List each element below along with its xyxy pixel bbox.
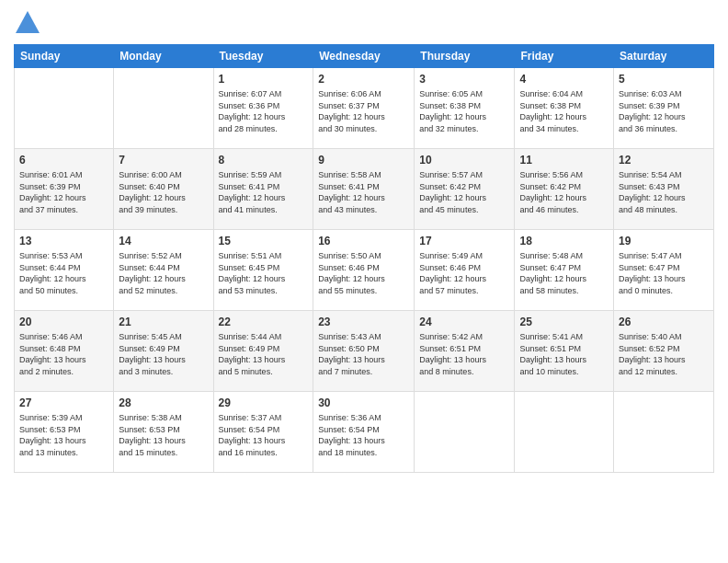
calendar-day-cell: 12Sunrise: 5:54 AM Sunset: 6:43 PM Dayli…: [614, 149, 714, 230]
col-saturday: Saturday: [614, 45, 714, 68]
day-info: Sunrise: 5:50 AM Sunset: 6:46 PM Dayligh…: [318, 250, 409, 296]
calendar-day-cell: 10Sunrise: 5:57 AM Sunset: 6:42 PM Dayli…: [415, 149, 515, 230]
calendar-day-cell: 25Sunrise: 5:41 AM Sunset: 6:51 PM Dayli…: [515, 311, 614, 392]
day-number: 28: [119, 396, 208, 410]
day-number: 15: [219, 234, 309, 248]
day-info: Sunrise: 5:41 AM Sunset: 6:51 PM Dayligh…: [519, 331, 609, 377]
day-info: Sunrise: 5:56 AM Sunset: 6:42 PM Dayligh…: [519, 169, 609, 215]
day-number: 27: [19, 396, 108, 410]
calendar-day-cell: 19Sunrise: 5:47 AM Sunset: 6:47 PM Dayli…: [614, 230, 714, 311]
calendar-day-cell: [614, 392, 714, 473]
page: Sunday Monday Tuesday Wednesday Thursday…: [0, 0, 728, 563]
day-info: Sunrise: 5:57 AM Sunset: 6:42 PM Dayligh…: [419, 169, 509, 215]
day-number: 18: [519, 234, 609, 248]
day-number: 24: [419, 315, 509, 329]
day-number: 12: [619, 153, 709, 167]
calendar-day-cell: 23Sunrise: 5:43 AM Sunset: 6:50 PM Dayli…: [313, 311, 415, 392]
day-info: Sunrise: 6:03 AM Sunset: 6:39 PM Dayligh…: [619, 88, 709, 134]
calendar-day-cell: [415, 392, 515, 473]
day-info: Sunrise: 5:36 AM Sunset: 6:54 PM Dayligh…: [318, 412, 409, 458]
day-number: 26: [619, 315, 709, 329]
calendar-day-cell: 14Sunrise: 5:52 AM Sunset: 6:44 PM Dayli…: [114, 230, 213, 311]
day-info: Sunrise: 5:59 AM Sunset: 6:41 PM Dayligh…: [219, 169, 309, 215]
calendar-day-cell: [15, 68, 114, 149]
day-info: Sunrise: 5:43 AM Sunset: 6:50 PM Dayligh…: [318, 331, 409, 377]
calendar-day-cell: 3Sunrise: 6:05 AM Sunset: 6:38 PM Daylig…: [415, 68, 515, 149]
day-number: 14: [119, 234, 208, 248]
day-number: 22: [219, 315, 309, 329]
calendar-day-cell: 6Sunrise: 6:01 AM Sunset: 6:39 PM Daylig…: [15, 149, 114, 230]
day-number: 9: [318, 153, 409, 167]
day-info: Sunrise: 5:58 AM Sunset: 6:41 PM Dayligh…: [318, 169, 409, 215]
logo: [14, 9, 45, 37]
calendar-day-cell: 7Sunrise: 6:00 AM Sunset: 6:40 PM Daylig…: [114, 149, 213, 230]
day-info: Sunrise: 5:53 AM Sunset: 6:44 PM Dayligh…: [19, 250, 108, 296]
day-info: Sunrise: 5:48 AM Sunset: 6:47 PM Dayligh…: [519, 250, 609, 296]
calendar-day-cell: 27Sunrise: 5:39 AM Sunset: 6:53 PM Dayli…: [15, 392, 114, 473]
day-number: 7: [119, 153, 208, 167]
day-info: Sunrise: 5:49 AM Sunset: 6:46 PM Dayligh…: [419, 250, 509, 296]
calendar-day-cell: 13Sunrise: 5:53 AM Sunset: 6:44 PM Dayli…: [15, 230, 114, 311]
calendar-day-cell: 20Sunrise: 5:46 AM Sunset: 6:48 PM Dayli…: [15, 311, 114, 392]
day-number: 4: [519, 72, 609, 86]
day-number: 23: [318, 315, 409, 329]
day-info: Sunrise: 5:47 AM Sunset: 6:47 PM Dayligh…: [619, 250, 709, 296]
day-info: Sunrise: 6:06 AM Sunset: 6:37 PM Dayligh…: [318, 88, 409, 134]
day-info: Sunrise: 5:54 AM Sunset: 6:43 PM Dayligh…: [619, 169, 709, 215]
day-number: 6: [19, 153, 108, 167]
day-number: 3: [419, 72, 509, 86]
col-thursday: Thursday: [415, 45, 515, 68]
calendar-table: Sunday Monday Tuesday Wednesday Thursday…: [14, 44, 714, 473]
calendar-day-cell: 9Sunrise: 5:58 AM Sunset: 6:41 PM Daylig…: [313, 149, 415, 230]
day-info: Sunrise: 5:39 AM Sunset: 6:53 PM Dayligh…: [19, 412, 108, 458]
day-number: 21: [119, 315, 208, 329]
day-info: Sunrise: 5:44 AM Sunset: 6:49 PM Dayligh…: [219, 331, 309, 377]
calendar-day-cell: 28Sunrise: 5:38 AM Sunset: 6:53 PM Dayli…: [114, 392, 213, 473]
logo-icon: [14, 9, 41, 37]
calendar-day-cell: 18Sunrise: 5:48 AM Sunset: 6:47 PM Dayli…: [515, 230, 614, 311]
day-info: Sunrise: 5:52 AM Sunset: 6:44 PM Dayligh…: [119, 250, 208, 296]
calendar-day-cell: 1Sunrise: 6:07 AM Sunset: 6:36 PM Daylig…: [213, 68, 313, 149]
calendar-week-row: 1Sunrise: 6:07 AM Sunset: 6:36 PM Daylig…: [15, 68, 714, 149]
calendar-day-cell: 2Sunrise: 6:06 AM Sunset: 6:37 PM Daylig…: [313, 68, 415, 149]
day-number: 29: [219, 396, 309, 410]
col-friday: Friday: [515, 45, 614, 68]
day-number: 1: [219, 72, 309, 86]
day-info: Sunrise: 5:37 AM Sunset: 6:54 PM Dayligh…: [219, 412, 309, 458]
calendar-week-row: 13Sunrise: 5:53 AM Sunset: 6:44 PM Dayli…: [15, 230, 714, 311]
col-wednesday: Wednesday: [313, 45, 415, 68]
col-monday: Monday: [114, 45, 213, 68]
calendar-day-cell: 5Sunrise: 6:03 AM Sunset: 6:39 PM Daylig…: [614, 68, 714, 149]
calendar-week-row: 20Sunrise: 5:46 AM Sunset: 6:48 PM Dayli…: [15, 311, 714, 392]
svg-marker-0: [16, 11, 40, 33]
day-info: Sunrise: 6:00 AM Sunset: 6:40 PM Dayligh…: [119, 169, 208, 215]
day-number: 11: [519, 153, 609, 167]
calendar-day-cell: [114, 68, 213, 149]
day-info: Sunrise: 5:40 AM Sunset: 6:52 PM Dayligh…: [619, 331, 709, 377]
calendar-day-cell: [515, 392, 614, 473]
calendar-day-cell: 11Sunrise: 5:56 AM Sunset: 6:42 PM Dayli…: [515, 149, 614, 230]
day-info: Sunrise: 5:51 AM Sunset: 6:45 PM Dayligh…: [219, 250, 309, 296]
calendar-week-row: 6Sunrise: 6:01 AM Sunset: 6:39 PM Daylig…: [15, 149, 714, 230]
day-number: 17: [419, 234, 509, 248]
day-number: 13: [19, 234, 108, 248]
day-info: Sunrise: 6:07 AM Sunset: 6:36 PM Dayligh…: [219, 88, 309, 134]
day-info: Sunrise: 6:04 AM Sunset: 6:38 PM Dayligh…: [519, 88, 609, 134]
day-number: 16: [318, 234, 409, 248]
calendar-body: 1Sunrise: 6:07 AM Sunset: 6:36 PM Daylig…: [15, 68, 714, 473]
day-info: Sunrise: 5:42 AM Sunset: 6:51 PM Dayligh…: [419, 331, 509, 377]
day-info: Sunrise: 6:01 AM Sunset: 6:39 PM Dayligh…: [19, 169, 108, 215]
day-number: 20: [19, 315, 108, 329]
calendar-day-cell: 16Sunrise: 5:50 AM Sunset: 6:46 PM Dayli…: [313, 230, 415, 311]
calendar-day-cell: 24Sunrise: 5:42 AM Sunset: 6:51 PM Dayli…: [415, 311, 515, 392]
calendar-day-cell: 15Sunrise: 5:51 AM Sunset: 6:45 PM Dayli…: [213, 230, 313, 311]
day-number: 5: [619, 72, 709, 86]
calendar-day-cell: 4Sunrise: 6:04 AM Sunset: 6:38 PM Daylig…: [515, 68, 614, 149]
header-row: Sunday Monday Tuesday Wednesday Thursday…: [15, 45, 714, 68]
calendar-day-cell: 22Sunrise: 5:44 AM Sunset: 6:49 PM Dayli…: [213, 311, 313, 392]
col-tuesday: Tuesday: [213, 45, 313, 68]
day-info: Sunrise: 6:05 AM Sunset: 6:38 PM Dayligh…: [419, 88, 509, 134]
day-info: Sunrise: 5:45 AM Sunset: 6:49 PM Dayligh…: [119, 331, 208, 377]
calendar-day-cell: 29Sunrise: 5:37 AM Sunset: 6:54 PM Dayli…: [213, 392, 313, 473]
day-number: 8: [219, 153, 309, 167]
